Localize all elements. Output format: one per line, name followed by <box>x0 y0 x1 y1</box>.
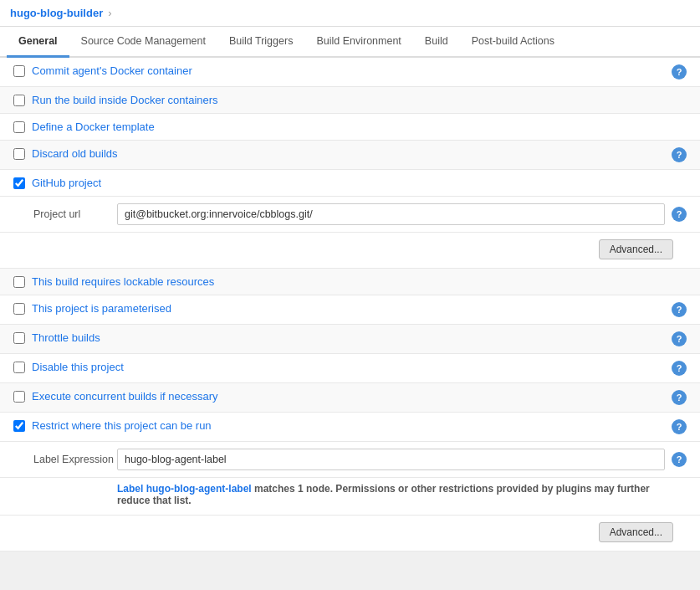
concurrent-checkbox[interactable] <box>13 391 25 403</box>
define-docker-row: Define a Docker template <box>0 114 700 141</box>
parameterised-checkbox[interactable] <box>13 303 25 315</box>
project-url-row: Project url ? <box>0 197 700 233</box>
tab-build-environment[interactable]: Build Environment <box>304 27 412 58</box>
label-expression-help-icon[interactable]: ? <box>672 452 687 467</box>
discard-old-row: Discard old builds ? <box>0 141 700 170</box>
label-info-text: Label hugo-blog-agent-label matches 1 no… <box>0 478 700 516</box>
project-link[interactable]: hugo-blog-builder <box>10 7 103 19</box>
discard-old-checkbox[interactable] <box>13 148 25 160</box>
project-url-help-icon[interactable]: ? <box>672 207 687 222</box>
throttle-row: Throttle builds ? <box>0 325 700 354</box>
define-docker-label[interactable]: Define a Docker template <box>32 121 155 133</box>
disable-help-icon[interactable]: ? <box>672 361 687 376</box>
run-docker-row: Run the build inside Docker containers <box>0 87 700 114</box>
throttle-help-icon[interactable]: ? <box>672 331 687 346</box>
label-expression-input[interactable] <box>117 449 665 470</box>
project-url-input[interactable] <box>117 203 665 225</box>
disable-label[interactable]: Disable this project <box>32 361 124 373</box>
define-docker-checkbox[interactable] <box>13 121 25 133</box>
github-project-checkbox[interactable] <box>13 177 25 189</box>
breadcrumb: hugo-blog-builder › <box>0 0 700 27</box>
tab-build[interactable]: Build <box>413 27 460 58</box>
github-project-row: GitHub project <box>0 170 700 197</box>
concurrent-label[interactable]: Execute concurrent builds if necessary <box>32 390 218 403</box>
disable-checkbox[interactable] <box>13 362 25 373</box>
tab-source-code[interactable]: Source Code Management <box>69 27 217 58</box>
label-expression-row: Label Expression ? <box>0 442 700 478</box>
commit-docker-label[interactable]: Commit agent's Docker container <box>32 64 192 77</box>
tab-post-build[interactable]: Post-build Actions <box>460 27 566 58</box>
throttle-checkbox[interactable] <box>13 332 25 344</box>
restrict-row: Restrict where this project can be run ? <box>0 413 700 442</box>
info-bold: hugo-blog-agent-label <box>146 483 252 495</box>
throttle-label[interactable]: Throttle builds <box>32 331 100 344</box>
label-expression-label: Label Expression <box>33 454 117 465</box>
lockable-checkbox[interactable] <box>13 276 25 288</box>
parameterised-row: This project is parameterised ? <box>0 295 700 325</box>
advanced-button-2[interactable]: Advanced... <box>599 522 673 542</box>
commit-docker-help-icon[interactable]: ? <box>672 64 687 80</box>
concurrent-row: Execute concurrent builds if necessary ? <box>0 383 700 413</box>
advanced-button-row-1: Advanced... <box>0 233 700 269</box>
commit-docker-checkbox[interactable] <box>13 65 25 77</box>
run-docker-label[interactable]: Run the build inside Docker containers <box>32 94 218 106</box>
advanced-button-row-2: Advanced... <box>0 516 700 552</box>
concurrent-help-icon[interactable]: ? <box>672 390 687 405</box>
discard-old-help-icon[interactable]: ? <box>672 147 687 162</box>
tab-build-triggers[interactable]: Build Triggers <box>217 27 304 58</box>
advanced-button-1[interactable]: Advanced... <box>599 239 673 259</box>
restrict-label[interactable]: Restrict where this project can be run <box>32 419 212 432</box>
tab-general[interactable]: General <box>7 27 69 58</box>
tab-bar: General Source Code Management Build Tri… <box>0 27 700 58</box>
parameterised-help-icon[interactable]: ? <box>672 302 687 317</box>
restrict-checkbox[interactable] <box>13 420 25 432</box>
lockable-row: This build requires lockable resources <box>0 269 700 295</box>
commit-docker-row: Commit agent's Docker container ? <box>0 58 700 87</box>
info-prefix: Label <box>117 483 146 495</box>
project-url-label: Project url <box>33 208 117 220</box>
run-docker-checkbox[interactable] <box>13 95 25 106</box>
lockable-label[interactable]: This build requires lockable resources <box>32 275 214 288</box>
parameterised-label[interactable]: This project is parameterised <box>32 302 171 315</box>
breadcrumb-chevron: › <box>108 7 111 19</box>
github-project-label[interactable]: GitHub project <box>32 177 101 189</box>
disable-row: Disable this project ? <box>0 354 700 383</box>
main-content: Commit agent's Docker container ? Run th… <box>0 58 700 552</box>
restrict-help-icon[interactable]: ? <box>672 419 687 434</box>
discard-old-label[interactable]: Discard old builds <box>32 147 118 160</box>
